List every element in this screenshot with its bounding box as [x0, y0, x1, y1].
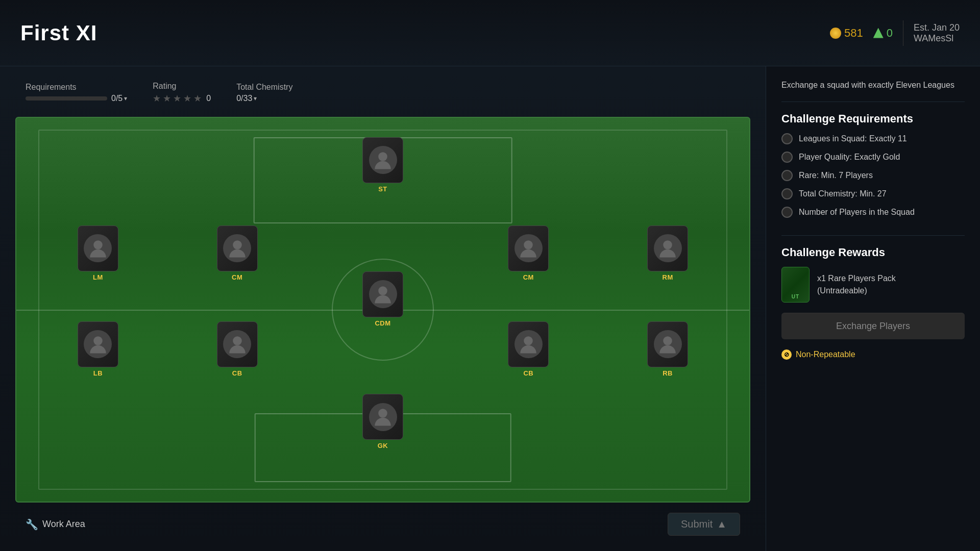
card-body-cm-left[interactable]	[217, 226, 258, 271]
challenge-requirements-title: Challenge Requirements	[781, 112, 965, 126]
work-area-label: Work Area	[42, 519, 85, 530]
player-slot-cb-right[interactable]: CB	[505, 321, 551, 377]
card-avatar-cb-left	[223, 330, 251, 358]
position-label-cb-right: CB	[523, 369, 533, 377]
player-slot-cb-left[interactable]: CB	[214, 321, 260, 377]
req-text-squad-count: Number of Players in the Squad	[799, 208, 915, 217]
player-slot-cm-left[interactable]: CM	[214, 226, 260, 281]
submit-label: Submit	[681, 518, 713, 530]
pitch-bottom-bar: 🔧 Work Area Submit ▲	[15, 508, 750, 541]
position-label-cb-left: CB	[232, 369, 242, 377]
svg-point-3	[378, 286, 387, 295]
card-avatar-cm-left	[223, 234, 251, 262]
star-4: ★	[183, 93, 191, 104]
svg-point-4	[524, 240, 533, 249]
svg-point-9	[663, 336, 672, 345]
req-progress-section: Requirements 0/5 ▾	[26, 83, 127, 103]
player-slot-st[interactable]: ST	[360, 137, 406, 193]
points-value: 0	[887, 27, 893, 40]
card-avatar-lm	[84, 234, 112, 262]
card-body-gk[interactable]	[362, 394, 403, 440]
points-display: 0	[873, 27, 893, 40]
position-label-st: ST	[378, 185, 387, 193]
chemistry-dropdown-arrow: ▾	[254, 95, 257, 102]
rating-section: Rating ★ ★ ★ ★ ★ 0	[153, 82, 211, 104]
svg-point-5	[663, 240, 672, 249]
req-bar-container: 0/5 ▾	[26, 94, 127, 103]
svg-point-0	[378, 152, 387, 161]
position-label-gk: GK	[378, 442, 388, 449]
star-1: ★	[153, 93, 161, 104]
req-text-chemistry: Total Chemistry: Min. 27	[799, 189, 887, 198]
req-circle-leagues	[781, 133, 793, 144]
card-avatar-st	[369, 146, 397, 174]
chemistry-label: Total Chemistry	[236, 83, 292, 92]
card-body-cb-right[interactable]	[508, 321, 549, 367]
star-3: ★	[173, 93, 181, 104]
point-icon	[873, 28, 884, 38]
req-circle-chemistry	[781, 188, 793, 199]
rewards-section: Challenge Rewards UT x1 Rare Players Pac…	[781, 235, 965, 303]
svg-point-7	[233, 336, 242, 345]
card-avatar-cdm	[369, 280, 397, 308]
coins-display: 581	[830, 27, 863, 40]
submit-arrow-icon: ▲	[717, 518, 727, 530]
card-body-lb[interactable]	[78, 321, 118, 367]
card-body-rm[interactable]	[647, 226, 688, 271]
position-label-lb: LB	[93, 369, 103, 377]
player-slot-lm[interactable]: LM	[75, 226, 121, 281]
player-slot-rb[interactable]: RB	[645, 321, 691, 377]
divider	[903, 20, 903, 46]
rating-value: 0	[206, 94, 211, 103]
position-label-cm-left: CM	[232, 273, 242, 281]
card-body-lm[interactable]	[78, 226, 118, 271]
star-5: ★	[193, 93, 202, 104]
req-text-leagues: Leagues in Squad: Exactly 11	[799, 134, 907, 143]
req-item-leagues: Leagues in Squad: Exactly 11	[781, 133, 965, 144]
req-item-rare: Rare: Min. 7 Players	[781, 170, 965, 181]
card-avatar-cb-right	[514, 330, 543, 358]
top-bar: First XI 581 0 Est. Jan 20 WAMesSl	[0, 0, 980, 66]
player-slot-gk[interactable]: GK	[360, 394, 406, 449]
svg-point-8	[524, 336, 533, 345]
card-avatar-lb	[84, 330, 112, 358]
coins-value: 581	[844, 27, 863, 40]
chemistry-value[interactable]: 0/33 ▾	[236, 94, 257, 103]
work-area-button[interactable]: 🔧 Work Area	[26, 518, 85, 531]
req-text-quality: Player Quality: Exactly Gold	[799, 153, 900, 162]
card-avatar-rm	[654, 234, 682, 262]
req-bar	[26, 96, 107, 101]
wrench-icon: 🔧	[26, 518, 38, 531]
rating-label: Rating	[153, 82, 176, 91]
requirements-bar: Requirements 0/5 ▾ Rating ★ ★ ★	[15, 77, 750, 109]
req-dropdown-arrow: ▾	[124, 95, 127, 102]
req-item-chemistry: Total Chemistry: Min. 27	[781, 188, 965, 199]
star-2: ★	[163, 93, 171, 104]
card-body-st[interactable]	[362, 137, 403, 183]
submit-button[interactable]: Submit ▲	[668, 513, 740, 536]
position-label-rm: RM	[663, 273, 673, 281]
req-label: Requirements	[26, 83, 77, 92]
player-slot-cdm[interactable]: CDM	[360, 271, 406, 327]
chemistry-section: Total Chemistry 0/33 ▾	[236, 83, 292, 103]
non-repeatable-label: Non-Repeatable	[796, 350, 855, 359]
non-repeatable-indicator: ⊘ Non-Repeatable	[781, 349, 965, 360]
player-slot-lb[interactable]: LB	[75, 321, 121, 377]
player-slot-rm[interactable]: RM	[645, 226, 691, 281]
card-body-rb[interactable]	[647, 321, 688, 367]
req-text-rare: Rare: Min. 7 Players	[799, 171, 873, 180]
player-slot-cm-right[interactable]: CM	[505, 226, 551, 281]
svg-point-10	[378, 409, 387, 418]
est-info: Est. Jan 20 WAMesSl	[914, 22, 960, 44]
top-right-info: 581 0 Est. Jan 20 WAMesSl	[830, 20, 960, 46]
exchange-players-button[interactable]: Exchange Players	[781, 313, 965, 339]
req-circle-rare	[781, 170, 793, 181]
req-item-quality: Player Quality: Exactly Gold	[781, 152, 965, 163]
card-body-cdm[interactable]	[362, 271, 403, 317]
req-count[interactable]: 0/5 ▾	[111, 94, 127, 103]
right-panel: Exchange a squad with exactly Eleven Lea…	[766, 66, 980, 551]
card-body-cb-left[interactable]	[217, 321, 258, 367]
card-body-cm-right[interactable]	[508, 226, 549, 271]
reward-item: UT x1 Rare Players Pack(Untradeable)	[781, 267, 965, 303]
challenge-description: Exchange a squad with exactly Eleven Lea…	[781, 79, 965, 102]
